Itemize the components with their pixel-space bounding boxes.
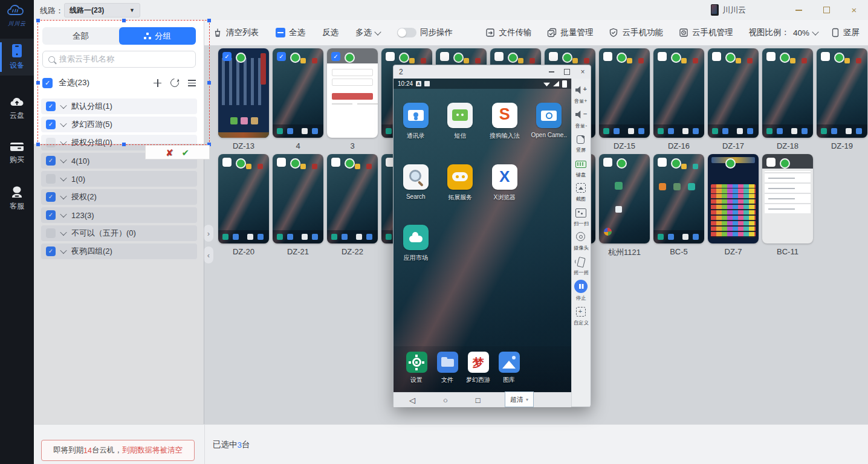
search-box[interactable]: 搜索云手机名称 (42, 51, 196, 68)
chevron-down-icon[interactable] (60, 229, 66, 236)
device-screenshot[interactable] (708, 48, 759, 138)
device-checkbox[interactable] (549, 52, 558, 61)
phone-tool[interactable]: 截图 (572, 182, 590, 203)
device-checkbox[interactable] (766, 52, 776, 61)
device-checkbox[interactable] (222, 52, 232, 61)
panel-collapse-handle[interactable]: ‹ (204, 246, 213, 263)
app-icon[interactable] (403, 103, 429, 128)
group-checkbox[interactable] (46, 246, 56, 256)
dock-app-icon[interactable] (499, 352, 520, 373)
group-checkbox[interactable] (46, 138, 56, 147)
phone-tool-icon[interactable] (575, 306, 587, 318)
batch-manage-button[interactable]: 批量管理 (547, 27, 593, 38)
select-all-toolbar[interactable]: 全选 (276, 27, 305, 38)
phone-tool[interactable]: 音量- (572, 109, 590, 130)
device-checkbox[interactable] (603, 52, 612, 61)
phone-tool-icon[interactable] (575, 84, 587, 96)
device-checkbox[interactable] (658, 158, 667, 167)
device-checkbox[interactable] (766, 158, 776, 167)
phone-tool[interactable]: 摄像头 (572, 231, 590, 252)
phone-tool[interactable]: 摇一摇 (572, 256, 590, 277)
dock-app[interactable]: 图库 (494, 352, 523, 384)
app-icon[interactable] (447, 103, 473, 128)
group-row[interactable]: 默认分组(1) (41, 98, 197, 114)
dock-app-icon[interactable] (437, 352, 458, 373)
chevron-down-icon[interactable] (60, 211, 66, 218)
device-thumbnail[interactable]: BC-11 (760, 154, 815, 257)
chevron-down-icon[interactable] (60, 193, 66, 199)
device-checkbox[interactable] (277, 158, 286, 167)
device-thumbnail[interactable]: 杭州1121 (597, 154, 652, 257)
phone-tool[interactable]: 扫一扫 (572, 207, 590, 228)
select-all-checkbox[interactable] (42, 78, 53, 88)
phone-tool-icon[interactable] (575, 231, 587, 243)
quality-select[interactable]: 超清 ▾ (505, 392, 534, 407)
phone-tool-icon[interactable] (575, 207, 587, 219)
phone-close-button[interactable]: × (575, 65, 591, 79)
device-checkbox[interactable] (603, 158, 612, 167)
app-shortcut[interactable]: 短信 (438, 103, 483, 140)
device-thumbnail[interactable]: BC-5 (652, 154, 706, 257)
device-screenshot[interactable] (708, 154, 759, 243)
phone-tool[interactable]: 竖屏 (572, 133, 590, 154)
device-checkbox[interactable] (222, 158, 232, 167)
phone-functions-button[interactable]: 云手机功能 (609, 27, 663, 38)
app-icon[interactable] (447, 164, 473, 190)
phone-tool-icon[interactable] (574, 280, 588, 293)
device-checkbox[interactable] (277, 52, 286, 61)
device-screenshot[interactable] (762, 48, 813, 138)
device-thumbnail[interactable]: DZ-19 (815, 48, 868, 151)
group-checkbox[interactable] (46, 102, 56, 111)
add-group-icon[interactable] (154, 79, 161, 87)
sidebar-item-purchase[interactable]: 购买 (0, 141, 34, 165)
device-checkbox[interactable] (331, 52, 340, 61)
device-checkbox[interactable] (494, 52, 504, 61)
device-checkbox[interactable] (658, 52, 667, 61)
app-shortcut[interactable]: Search (394, 164, 438, 202)
device-screenshot[interactable] (599, 48, 650, 138)
home-button[interactable]: ○ (443, 396, 448, 404)
cancel-selection-icon[interactable]: ✘ (166, 148, 173, 157)
device-screenshot[interactable] (327, 48, 378, 138)
chevron-down-icon[interactable] (60, 138, 66, 145)
recents-button[interactable]: □ (476, 396, 481, 404)
device-checkbox[interactable] (440, 52, 449, 61)
device-screenshot[interactable] (218, 48, 269, 138)
chevron-down-icon[interactable] (60, 120, 66, 127)
phone-screen[interactable]: 10:24 A 通讯录 (394, 79, 571, 392)
group-row[interactable]: 夜鸦四组(2) (41, 243, 197, 259)
chevron-down-icon[interactable] (60, 156, 66, 163)
group-checkbox[interactable] (46, 228, 56, 238)
close-button[interactable]: × (840, 0, 868, 20)
app-shortcut[interactable]: 拓展服务 (438, 164, 483, 202)
dock-app[interactable]: 梦幻西游 (464, 352, 493, 384)
device-thumbnail[interactable]: DZ-18 (760, 48, 815, 151)
expiry-warning[interactable]: 即将到期14台云机，到期数据将被清空 (41, 440, 195, 461)
device-thumbnail[interactable]: 3 (325, 48, 380, 151)
tab-all[interactable]: 全部 (42, 27, 119, 45)
line-select[interactable]: 线路一(23) ▼ (64, 3, 140, 18)
dock-app[interactable]: 文件 (433, 352, 462, 384)
group-row[interactable]: 不可以（五开）(0) (41, 225, 197, 241)
device-thumbnail[interactable]: DZ-15 (597, 48, 652, 151)
device-thumbnail[interactable]: DZ-22 (325, 154, 380, 257)
clear-list-button[interactable]: 清空列表 (213, 27, 259, 38)
refresh-icon[interactable] (169, 77, 181, 89)
device-checkbox[interactable] (386, 52, 395, 61)
device-checkbox[interactable] (821, 52, 830, 61)
dock-app-icon[interactable] (406, 352, 427, 373)
phone-tool[interactable]: 音量+ (572, 84, 590, 105)
sidebar-item-devices[interactable]: 设备 (0, 39, 34, 76)
phone-tool-icon[interactable] (575, 182, 587, 194)
tab-group[interactable]: 分组 (119, 27, 196, 45)
phone-maximize-button[interactable] (559, 65, 575, 79)
device-thumbnail[interactable]: DZ-7 (706, 154, 760, 257)
sidebar-item-cloud-disk[interactable]: 云盘 (0, 96, 34, 121)
app-shortcut[interactable]: 通讯录 (394, 103, 438, 140)
portrait-button[interactable]: 竖屏 (831, 27, 860, 38)
device-screenshot[interactable] (218, 154, 269, 243)
app-shortcut[interactable]: X浏览器 (482, 164, 527, 202)
device-screenshot[interactable] (817, 48, 867, 138)
collapse-list-icon[interactable] (188, 80, 196, 86)
panel-expand-handle[interactable]: › (204, 225, 213, 242)
